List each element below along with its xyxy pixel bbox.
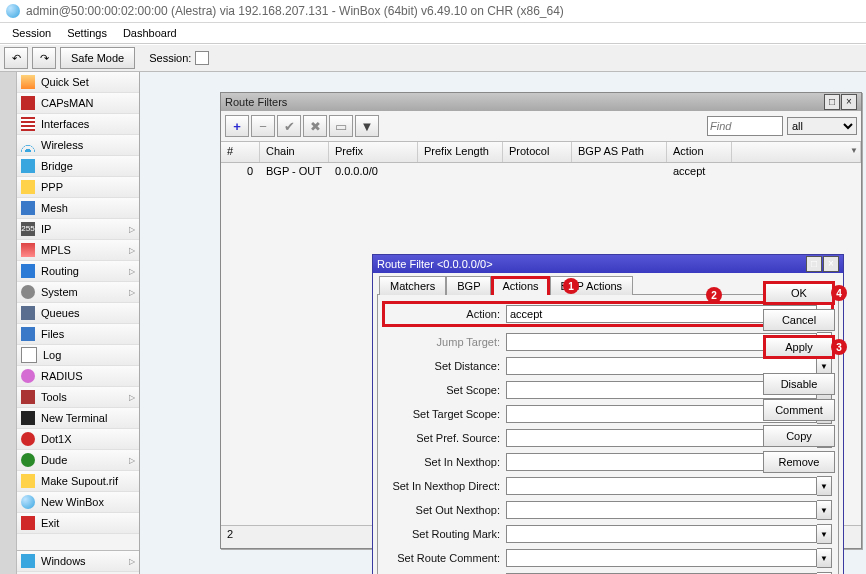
menu-dashboard[interactable]: Dashboard <box>115 25 185 41</box>
cancel-button[interactable]: Cancel <box>763 309 835 331</box>
table-row[interactable]: 0 BGP - OUT 0.0.0.0/0 accept <box>221 163 861 181</box>
sidebar-item-mesh[interactable]: Mesh <box>17 198 139 219</box>
tab-matchers[interactable]: Matchers <box>379 276 446 295</box>
files-icon <box>21 327 35 341</box>
tab-bgp[interactable]: BGP <box>446 276 491 295</box>
radius-icon <box>21 369 35 383</box>
sidebar-item-label: Files <box>41 328 64 340</box>
sidebar-item-routing[interactable]: Routing▷ <box>17 261 139 282</box>
sidebar-item-dot1x[interactable]: Dot1X <box>17 429 139 450</box>
edit-side-buttons: OK Cancel Apply Disable Comment Copy Rem… <box>763 281 835 473</box>
remove-button[interactable]: − <box>251 115 275 137</box>
copy-button[interactable]: Copy <box>763 425 835 447</box>
field-input[interactable] <box>506 501 817 519</box>
add-button[interactable]: + <box>225 115 249 137</box>
sys-icon <box>21 285 35 299</box>
safe-mode-button[interactable]: Safe Mode <box>60 47 135 69</box>
mesh-icon <box>21 201 35 215</box>
tab-actions[interactable]: Actions <box>491 276 549 295</box>
filter-button[interactable]: ▼ <box>355 115 379 137</box>
sidebar-item-label: Quick Set <box>41 76 89 88</box>
dropdown-icon[interactable]: ▼ <box>817 548 832 568</box>
sidebar-item-label: MPLS <box>41 244 71 256</box>
sidebar-item-capsman[interactable]: CAPsMAN <box>17 93 139 114</box>
sidebar-item-queues[interactable]: Queues <box>17 303 139 324</box>
field-label: Jump Target: <box>384 336 506 348</box>
field-input[interactable] <box>506 549 817 567</box>
comment-button[interactable]: Comment <box>763 399 835 421</box>
ppp-icon <box>21 180 35 194</box>
sidebar-item-ppp[interactable]: PPP <box>17 177 139 198</box>
col-bgp-as-path[interactable]: BGP AS Path <box>572 142 667 162</box>
sidebar-item-dude[interactable]: Dude▷ <box>17 450 139 471</box>
cell-plen <box>418 163 503 181</box>
sidebar-item-quick-set[interactable]: Quick Set <box>17 72 139 93</box>
marker-1: 1 <box>563 278 579 294</box>
col-prefix-length[interactable]: Prefix Length <box>418 142 503 162</box>
disable-button[interactable]: ✖ <box>303 115 327 137</box>
sidebar-item-tools[interactable]: Tools▷ <box>17 387 139 408</box>
sidebar-item-mpls[interactable]: MPLS▷ <box>17 240 139 261</box>
route-filters-titlebar[interactable]: Route Filters □ × <box>221 93 861 111</box>
sidebar-item-label: Routing <box>41 265 79 277</box>
sidebar-item-windows[interactable]: Windows▷ <box>17 550 139 572</box>
enable-button[interactable]: ✔ <box>277 115 301 137</box>
sidebar-item-exit[interactable]: Exit <box>17 513 139 534</box>
field-input[interactable] <box>506 525 817 543</box>
field-label: Set Target Scope: <box>384 408 506 420</box>
dropdown-icon[interactable]: ▼ <box>817 524 832 544</box>
scope-select[interactable]: all <box>787 117 857 135</box>
close-icon[interactable]: × <box>823 256 839 272</box>
route-icon <box>21 264 35 278</box>
sidebar-item-label: New WinBox <box>41 496 104 508</box>
sidebar-item-bridge[interactable]: Bridge <box>17 156 139 177</box>
field-label: Set Out Nexthop: <box>384 504 506 516</box>
col-prefix[interactable]: Prefix <box>329 142 418 162</box>
sidebar-item-new-terminal[interactable]: New Terminal <box>17 408 139 429</box>
dropdown-icon[interactable]: ▼ <box>817 500 832 520</box>
disable-button[interactable]: Disable <box>763 373 835 395</box>
sidebar-item-interfaces[interactable]: Interfaces <box>17 114 139 135</box>
edit-titlebar[interactable]: Route Filter <0.0.0.0/0> □ × <box>373 255 843 273</box>
window-titlebar: admin@50:00:00:02:00:00 (Alestra) via 19… <box>0 0 866 23</box>
comment-button[interactable]: ▭ <box>329 115 353 137</box>
close-icon[interactable]: × <box>841 94 857 110</box>
sidebar-item-ip[interactable]: 255IP▷ <box>17 219 139 240</box>
sidebar-item-files[interactable]: Files <box>17 324 139 345</box>
route-filters-toolbar: + − ✔ ✖ ▭ ▼ all <box>221 111 861 142</box>
apply-button[interactable]: Apply <box>763 335 835 359</box>
sidebar-item-log[interactable]: Log <box>17 345 139 366</box>
field-input[interactable] <box>506 477 817 495</box>
field-label: Set Scope: <box>384 384 506 396</box>
redo-button[interactable]: ↷ <box>32 47 56 69</box>
marker-3: 3 <box>831 339 847 355</box>
queue-icon <box>21 306 35 320</box>
sidebar-item-wireless[interactable]: Wireless <box>17 135 139 156</box>
undo-button[interactable]: ↶ <box>4 47 28 69</box>
maximize-icon[interactable]: □ <box>824 94 840 110</box>
sidebar-item-radius[interactable]: RADIUS <box>17 366 139 387</box>
field-row: Set Out Nexthop:▼ <box>384 499 832 521</box>
col-number[interactable]: # <box>221 142 260 162</box>
find-input[interactable] <box>707 116 783 136</box>
sidebar-item-new-winbox[interactable]: New WinBox <box>17 492 139 513</box>
menu-session[interactable]: Session <box>4 25 59 41</box>
sidebar-item-make-supout-rif[interactable]: Make Supout.rif <box>17 471 139 492</box>
sidebar-item-label: CAPsMAN <box>41 97 94 109</box>
chevron-right-icon: ▷ <box>129 288 135 297</box>
sidebar-item-system[interactable]: System▷ <box>17 282 139 303</box>
remove-button[interactable]: Remove <box>763 451 835 473</box>
tools-icon <box>21 390 35 404</box>
column-dropdown-icon[interactable]: ▼ <box>850 146 858 155</box>
col-chain[interactable]: Chain <box>260 142 329 162</box>
cap-icon <box>21 96 35 110</box>
ok-button[interactable]: OK <box>763 281 835 305</box>
col-protocol[interactable]: Protocol <box>503 142 572 162</box>
sidebar-item-label: Exit <box>41 517 59 529</box>
menu-settings[interactable]: Settings <box>59 25 115 41</box>
main-toolbar: ↶ ↷ Safe Mode Session: <box>0 44 866 72</box>
winbox-logo-icon <box>6 4 20 18</box>
dropdown-icon[interactable]: ▼ <box>817 476 832 496</box>
col-action[interactable]: Action <box>667 142 732 162</box>
maximize-icon[interactable]: □ <box>806 256 822 272</box>
